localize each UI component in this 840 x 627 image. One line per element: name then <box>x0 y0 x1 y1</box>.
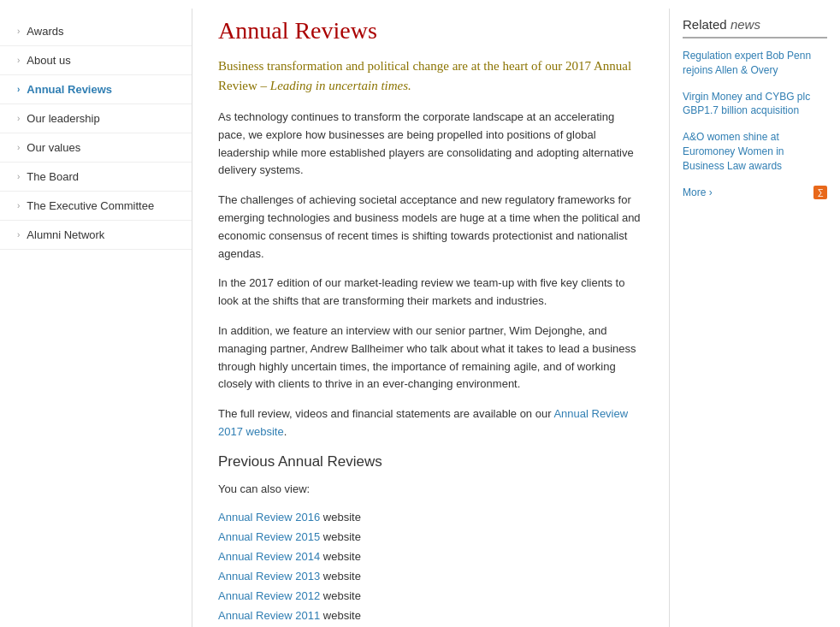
list-item: Annual Review 2016 website <box>218 511 643 523</box>
review-2012-link[interactable]: Annual Review 2012 <box>218 589 320 602</box>
chevron-icon: › <box>17 201 20 210</box>
review-2016-link[interactable]: Annual Review 2016 <box>218 511 320 523</box>
paragraph-3: In the 2017 edition of our market-leadin… <box>218 275 643 311</box>
sidebar-item-executive-committee[interactable]: › The Executive Committee <box>0 192 192 221</box>
review-2013-link[interactable]: Annual Review 2013 <box>218 570 320 583</box>
chevron-icon: › <box>17 143 20 152</box>
review-2015-link[interactable]: Annual Review 2015 <box>218 530 320 543</box>
link-prefix: The full review, videos and financial st… <box>218 407 553 420</box>
main-content: Annual Reviews Business transformation a… <box>192 9 669 627</box>
chevron-icon: › <box>17 114 20 123</box>
paragraph-1: As technology continues to transform the… <box>218 109 643 180</box>
page-title: Annual Reviews <box>218 17 643 44</box>
chevron-icon: › <box>17 56 20 65</box>
sidebar-item-label: Alumni Network <box>27 228 104 241</box>
rss-icon[interactable]: ∑ <box>813 186 827 199</box>
related-item-3[interactable]: A&O women shine at Euromoney Women in Bu… <box>683 130 827 173</box>
list-item: Annual Review 2013 website <box>218 570 643 583</box>
sidebar-item-label: Annual Reviews <box>27 83 112 96</box>
chevron-icon: › <box>17 230 20 240</box>
chevron-icon: › <box>17 172 20 181</box>
more-link[interactable]: More › <box>683 186 713 198</box>
chevron-icon: › <box>17 85 20 94</box>
link-paragraph: The full review, videos and financial st… <box>218 405 643 441</box>
review-2011-link[interactable]: Annual Review 2011 <box>218 609 320 622</box>
sidebar-item-our-values[interactable]: › Our values <box>0 133 192 163</box>
list-item: Annual Review 2015 website <box>218 530 643 543</box>
list-item: Annual Review 2014 website <box>218 550 643 563</box>
chevron-icon: › <box>17 27 20 36</box>
page-layout: › Awards › About us › Annual Reviews › O… <box>0 0 840 627</box>
list-item: Annual Review 2011 website <box>218 609 643 622</box>
sidebar-item-label: About us <box>27 54 70 67</box>
link-suffix: . <box>284 425 287 438</box>
sidebar-item-label: Awards <box>27 25 63 38</box>
related-item-2[interactable]: Virgin Money and CYBG plc GBP1.7 billion… <box>683 90 827 119</box>
paragraph-2: The challenges of achieving societal acc… <box>218 192 643 263</box>
sidebar-item-label: The Executive Committee <box>27 199 154 212</box>
sidebar-item-annual-reviews[interactable]: › Annual Reviews <box>0 75 192 104</box>
sidebar-item-the-board[interactable]: › The Board <box>0 163 192 192</box>
related-item-1[interactable]: Regulation expert Bob Penn rejoins Allen… <box>683 49 827 78</box>
related-news-panel: Related news Regulation expert Bob Penn … <box>669 9 840 627</box>
paragraph-4: In addition, we feature an interview wit… <box>218 322 643 393</box>
sidebar: › Awards › About us › Annual Reviews › O… <box>0 9 192 627</box>
subtitle: Business transformation and political ch… <box>218 56 643 95</box>
sidebar-item-awards[interactable]: › Awards <box>0 17 192 46</box>
you-can-view: You can also view: <box>218 481 643 499</box>
previous-reviews-list: Annual Review 2016 website Annual Review… <box>218 511 643 622</box>
sidebar-item-label: Our values <box>27 141 80 154</box>
sidebar-item-label: Our leadership <box>27 112 99 125</box>
previous-reviews-title: Previous Annual Reviews <box>218 453 643 470</box>
review-2014-link[interactable]: Annual Review 2014 <box>218 550 320 563</box>
more-row: More › ∑ <box>683 186 827 199</box>
sidebar-item-our-leadership[interactable]: › Our leadership <box>0 104 192 133</box>
list-item: Annual Review 2012 website <box>218 589 643 602</box>
sidebar-item-label: The Board <box>27 170 79 183</box>
sidebar-item-alumni-network[interactable]: › Alumni Network <box>0 221 192 250</box>
related-news-title: Related news <box>683 17 827 38</box>
sidebar-item-about-us[interactable]: › About us <box>0 46 192 75</box>
